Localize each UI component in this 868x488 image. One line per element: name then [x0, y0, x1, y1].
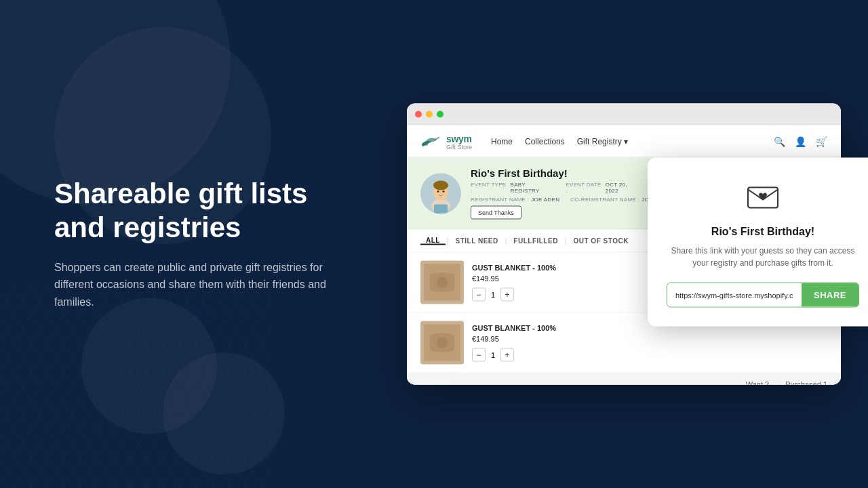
- expand-dot: [437, 110, 443, 117]
- product-blanket-img-1: [420, 261, 464, 304]
- qty-value-1: 1: [491, 291, 495, 299]
- meta-registrant: REGISTRANT NAME : JOE ADEN: [471, 197, 559, 203]
- product-info-2: GUST BLANKET - 100% €149.95 − 1 +: [464, 324, 827, 362]
- product-price-2: €149.95: [472, 335, 827, 343]
- product-blanket-img-2: [420, 321, 464, 365]
- nav-links: Home Collections Gift Registry ▾: [491, 136, 628, 146]
- nav-home[interactable]: Home: [491, 136, 513, 146]
- logo-bird-icon: [420, 134, 442, 148]
- close-dot: [415, 110, 422, 117]
- filter-tab-out-of-stock[interactable]: OUT OF STOCK: [568, 237, 633, 245]
- modal-share-button[interactable]: SHARE: [802, 283, 859, 307]
- user-icon[interactable]: 👤: [795, 136, 806, 146]
- logo-brand-name: swym: [446, 133, 472, 144]
- modal-description: Share this link with your guests so they…: [667, 245, 859, 269]
- svg-point-4: [433, 180, 448, 190]
- svg-point-10: [437, 277, 448, 288]
- cart-icon[interactable]: 🛒: [816, 136, 827, 146]
- logo-store-name: Gift Store: [446, 143, 472, 150]
- nav-gift-registry[interactable]: Gift Registry ▾: [577, 136, 628, 146]
- registry-avatar: [420, 173, 461, 214]
- bg-circle-3: [81, 298, 217, 434]
- filter-tab-still-need[interactable]: STILL NEED: [450, 237, 504, 245]
- envelope-heart-icon: [745, 180, 781, 215]
- bg-circle-4: [163, 352, 285, 474]
- filter-tab-all[interactable]: ALL: [420, 237, 446, 245]
- qty-control-2: − 1 +: [472, 348, 827, 362]
- qty-increase-2[interactable]: +: [500, 348, 514, 362]
- share-modal: Rio's First Birthday! Share this link wi…: [648, 158, 868, 327]
- nav-icons: 🔍 👤 🛒: [774, 136, 827, 146]
- chevron-down-icon: ▾: [624, 136, 628, 146]
- minimize-dot: [426, 110, 433, 117]
- store-navbar: swym Gift Store Home Collections Gift Re…: [407, 125, 841, 158]
- svg-point-5: [437, 190, 439, 192]
- svg-point-0: [437, 136, 440, 138]
- modal-share-row: SHARE: [667, 283, 859, 308]
- browser-mockup: swym Gift Store Home Collections Gift Re…: [407, 104, 841, 385]
- filter-tab-fullfilled[interactable]: FULLFILLED: [508, 237, 564, 245]
- modal-title: Rio's First Birthday!: [667, 226, 859, 238]
- svg-point-13: [437, 338, 448, 348]
- nav-collections[interactable]: Collections: [525, 136, 565, 146]
- search-icon[interactable]: 🔍: [774, 136, 785, 146]
- left-section: Shareable gift listsand registries Shopp…: [54, 177, 346, 311]
- svg-point-6: [443, 190, 445, 192]
- qty-increase-1[interactable]: +: [500, 288, 514, 302]
- logo-text: swym Gift Store: [446, 132, 472, 150]
- headline: Shareable gift listsand registries: [54, 177, 346, 245]
- store-footer: Want 2 Purchased 1: [407, 373, 841, 385]
- bg-circle-1: [0, 0, 231, 203]
- send-thanks-button[interactable]: Send Thanks: [471, 206, 521, 220]
- browser-chrome: [407, 104, 841, 125]
- modal-icon-wrap: [667, 180, 859, 215]
- baby-avatar-img: [420, 173, 461, 214]
- footer-want: Want 2: [746, 380, 769, 385]
- qty-decrease-2[interactable]: −: [472, 348, 486, 362]
- footer-purchased: Purchased 1: [785, 380, 827, 385]
- svg-rect-7: [434, 204, 448, 214]
- qty-value-2: 1: [491, 351, 495, 359]
- qty-decrease-1[interactable]: −: [472, 288, 486, 302]
- subtext: Shoppers can create public and private g…: [54, 259, 346, 311]
- bg-hex-pattern: [0, 285, 271, 488]
- meta-event-date: EVENT DATE : OCT 20, 2022: [566, 182, 640, 194]
- meta-event-type: EVENT TYPE : BABY REGISTRY: [471, 182, 555, 194]
- modal-url-input[interactable]: [667, 283, 802, 307]
- store-logo: swym Gift Store: [420, 132, 472, 150]
- product-image-1: [420, 261, 464, 304]
- product-image-2: [420, 321, 464, 365]
